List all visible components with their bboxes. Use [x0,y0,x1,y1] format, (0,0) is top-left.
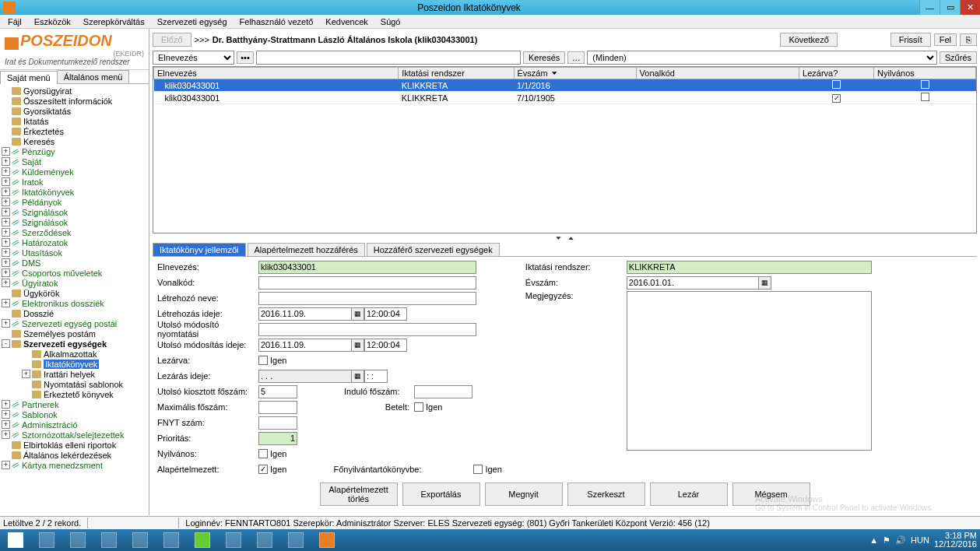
btn-cancel[interactable]: Mégsem [732,483,810,506]
tree-node[interactable]: +Iratok [0,177,149,187]
tree-node[interactable]: +Példányok [0,197,149,207]
menu-kedvencek[interactable]: Kedvencek [319,17,374,26]
maximize-button[interactable]: ▭ [940,0,960,15]
filter-button[interactable]: Szűrés [940,51,977,64]
tree-node[interactable]: Dosszié [0,308,149,318]
tree-node[interactable]: +Elektronikus dossziék [0,298,149,308]
menu-fajl[interactable]: Fájl [2,17,28,26]
tree-node[interactable]: +DMS [0,258,149,268]
tree-node[interactable]: +Küldemények [0,167,149,177]
chk-lezarva[interactable] [258,356,268,365]
tree-node[interactable]: Gyorsiktatás [0,106,149,116]
chk-betelt[interactable] [414,402,423,412]
tree-node[interactable]: +Sztornózottak/selejtezettek [0,430,149,440]
tab-hozzafero-szervezeti[interactable]: Hozzáférő szervezeti egységek [367,243,500,256]
tray-clock[interactable]: 3:18 PM 12/12/2016 [934,532,977,549]
fld-fnyt[interactable] [258,416,297,430]
fld-letrehozas-d[interactable] [258,307,352,321]
filter-select[interactable]: (Minden) [587,51,936,65]
search-field-select[interactable]: Elnevezés [153,51,234,65]
menu-eszkozok[interactable]: Eszközök [28,17,77,26]
next-button[interactable]: Következő [780,33,837,47]
tab-alap-hozzaferes[interactable]: Alapértelmezett hozzáférés [248,243,365,256]
search-input[interactable] [256,51,521,65]
data-grid[interactable]: Elnevezés Iktatási rendszer Évszám Vonal… [153,66,977,233]
task-folder[interactable] [93,529,125,551]
tree-node[interactable]: Érkeztető könyvek [0,389,149,399]
tree-node[interactable]: +Szignálások [0,207,149,217]
task-app5[interactable] [249,529,280,551]
fld-evszam[interactable] [627,276,759,290]
fld-indulo[interactable] [414,385,472,398]
task-app1[interactable] [125,529,156,551]
tree-node[interactable]: +Csoportos műveletek [0,268,149,278]
menu-szerepkor[interactable]: Szerepkörváltás [77,17,151,26]
menu-sugo[interactable]: Súgó [374,17,407,26]
dpick-icon[interactable]: ▦ [759,276,771,290]
start-button[interactable] [0,529,31,551]
tree-node[interactable]: +Partnerek [0,399,149,409]
refresh-button[interactable]: Frissít [890,33,931,47]
tree-node[interactable]: Nyomtatási sablonok [0,379,149,389]
btn-open[interactable]: Megnyit [485,483,563,506]
tree-node[interactable]: Ügykörök [0,288,149,298]
btn-edit[interactable]: Szerkeszt [567,483,645,506]
dpick-icon[interactable]: ▦ [352,307,364,321]
tree-node[interactable]: +Utasítások [0,247,149,258]
tree-node[interactable]: Iktatókönyvek [0,359,149,369]
tree-node[interactable]: +Ügyiratok [0,278,149,288]
tree-node[interactable]: Személyes postám [0,328,149,339]
col-vonalkod[interactable]: Vonalkód [636,68,799,79]
tree-node[interactable]: +Kártya menedzsment [0,460,149,470]
fld-utmod-ny[interactable] [258,323,476,336]
tab-jellemzoi[interactable]: Iktatókönyv jellemzői [153,243,246,256]
chk-fonyilv[interactable] [473,465,483,474]
tab-sajat-menu[interactable]: Saját menü [0,71,58,84]
btn-export[interactable]: Exportálás [402,483,480,506]
task-powershell[interactable] [62,529,93,551]
tree-node[interactable]: Keresés [0,136,149,146]
nav-tree[interactable]: GyorsügyiratÖsszesített információkGyors… [0,84,149,515]
fld-utmod-t[interactable] [364,339,407,352]
dpick-icon[interactable]: ▦ [352,339,364,352]
btn-alapdel[interactable]: Alapértelmezett törlés [320,483,398,506]
tray-icon[interactable]: ▲ [869,535,878,545]
tree-node[interactable]: +Szignálások [0,217,149,227]
fld-iktrend[interactable] [627,261,872,274]
up-button[interactable]: Fel [934,33,957,46]
tree-node[interactable]: Alkalmazottak [0,349,149,359]
tree-node[interactable]: Általános lekérdezések [0,450,149,460]
fld-megjegyzes[interactable] [627,291,872,451]
tree-node[interactable]: -Szervezeti egységek [0,339,149,349]
tree-node[interactable]: +Pénzügy [0,146,149,156]
tree-node[interactable]: Érkeztetés [0,126,149,136]
fld-lezaras-d[interactable] [258,370,352,383]
tray-icon[interactable]: 🔊 [895,535,906,546]
tree-node[interactable]: Iktatás [0,116,149,126]
pin-button[interactable]: ⎘ [960,33,977,46]
col-evszam[interactable]: Évszám [514,68,636,79]
fld-letrehozas-t[interactable] [364,307,407,321]
task-app3[interactable] [187,529,218,551]
tree-node[interactable]: +Saját [0,156,149,167]
task-app4[interactable] [218,529,249,551]
close-button[interactable]: ✕ [960,0,980,15]
fld-elnevezes[interactable] [258,261,476,274]
tree-node[interactable]: +Határozatok [0,237,149,247]
minimize-button[interactable]: — [919,0,940,15]
tree-node[interactable]: +Irattári helyek [0,369,149,379]
fld-lezaras-t[interactable] [364,370,388,383]
chk-nyilv[interactable] [258,449,268,458]
col-elnevezes[interactable]: Elnevezés [154,68,399,79]
taskbar[interactable]: ▲ ⚑ 🔊 HUN 3:18 PM 12/12/2016 [0,529,980,551]
tree-node[interactable]: Elbirtoklás elleni riportok [0,440,149,450]
menu-szervezeti[interactable]: Szervezeti egység [151,17,234,26]
fld-max[interactable] [258,401,297,414]
grid-collapse-bar[interactable] [153,233,977,243]
task-app2[interactable] [156,529,187,551]
search-opts-button[interactable]: … [567,51,585,64]
col-nyilvanos[interactable]: Nyilvános [874,68,976,79]
tab-altalanos-menu[interactable]: Általános menü [57,70,130,83]
table-row[interactable]: klik030433001KLIKKRETA1/1/2016 [154,79,976,92]
task-poszeidon[interactable] [311,529,342,551]
